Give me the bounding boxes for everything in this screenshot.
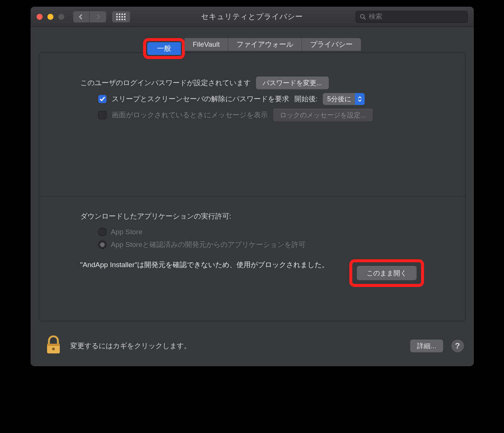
svg-line-1 bbox=[364, 18, 365, 19]
zoom-window-button bbox=[58, 14, 64, 20]
titlebar: セキュリティとプライバシー bbox=[31, 7, 474, 27]
svg-rect-3 bbox=[47, 344, 60, 346]
tab-privacy[interactable]: プライバシー bbox=[302, 38, 361, 51]
nav-buttons bbox=[73, 11, 106, 22]
lock-icon bbox=[45, 335, 62, 355]
general-panel: このユーザのログインパスワードが設定されています パスワードを変更... スリー… bbox=[39, 52, 466, 321]
allow-appstore-radio bbox=[98, 228, 106, 236]
lock-hint-text: 変更するにはカギをクリックします。 bbox=[70, 341, 402, 351]
allow-identified-radio bbox=[98, 241, 106, 249]
after-label: 開始後: bbox=[294, 94, 318, 104]
check-icon bbox=[100, 97, 105, 101]
advanced-button[interactable]: 詳細... bbox=[410, 340, 443, 352]
password-set-label: このユーザのログインパスワードが設定されています bbox=[80, 78, 251, 88]
minimize-window-button[interactable] bbox=[47, 14, 53, 20]
require-password-label: スリープとスクリーンセーバの解除にパスワードを要求 bbox=[112, 94, 289, 104]
svg-point-4 bbox=[52, 348, 55, 350]
show-all-button[interactable] bbox=[112, 11, 130, 22]
blocked-app-message: "AndApp Installer"は開発元を確認できないため、使用がブロックさ… bbox=[80, 259, 340, 270]
require-password-delay-select[interactable]: 5分後に bbox=[323, 93, 365, 105]
svg-point-0 bbox=[360, 14, 364, 18]
allow-identified-label: App Storeと確認済みの開発元からのアプリケーションを許可 bbox=[111, 240, 306, 250]
tab-firewall[interactable]: ファイアウォール bbox=[228, 38, 302, 51]
stepper-icon bbox=[355, 93, 365, 105]
open-anyway-button[interactable]: このまま開く bbox=[357, 266, 417, 280]
divider bbox=[39, 196, 465, 197]
delay-value: 5分後に bbox=[327, 95, 355, 103]
chevron-right-icon bbox=[95, 14, 101, 19]
change-password-button[interactable]: パスワードを変更... bbox=[256, 77, 329, 89]
allow-appstore-label: App Store bbox=[111, 228, 143, 236]
show-lock-message-label: 画面がロックされているときにメッセージを表示 bbox=[112, 110, 268, 120]
window-title: セキュリティとプライバシー bbox=[201, 12, 303, 22]
show-lock-message-checkbox bbox=[98, 111, 106, 119]
grid-icon bbox=[116, 13, 126, 20]
search-icon bbox=[360, 13, 366, 20]
forward-button bbox=[90, 11, 106, 22]
require-password-checkbox[interactable] bbox=[98, 95, 106, 103]
highlight-general-tab: 一般 bbox=[143, 38, 185, 59]
traffic-lights bbox=[37, 14, 64, 20]
tab-filevault[interactable]: FileVault bbox=[185, 38, 229, 51]
tab-general[interactable]: 一般 bbox=[147, 42, 181, 55]
lock-button[interactable] bbox=[45, 335, 62, 356]
help-button[interactable]: ? bbox=[451, 340, 464, 352]
footer: 変更するにはカギをクリックします。 詳細... ? bbox=[31, 330, 474, 366]
search-field[interactable] bbox=[356, 11, 468, 23]
preferences-window: セキュリティとプライバシー 一般 FileVault ファイアウォール プライバ… bbox=[31, 7, 474, 366]
close-window-button[interactable] bbox=[37, 14, 43, 20]
chevron-left-icon bbox=[78, 14, 84, 19]
back-button[interactable] bbox=[73, 11, 90, 22]
set-lock-message-button: ロックのメッセージを設定... bbox=[273, 109, 373, 121]
download-section-title: ダウンロードしたアプリケーションの実行許可: bbox=[80, 211, 424, 221]
highlight-open-anyway: このまま開く bbox=[349, 259, 424, 287]
search-input[interactable] bbox=[369, 13, 464, 21]
